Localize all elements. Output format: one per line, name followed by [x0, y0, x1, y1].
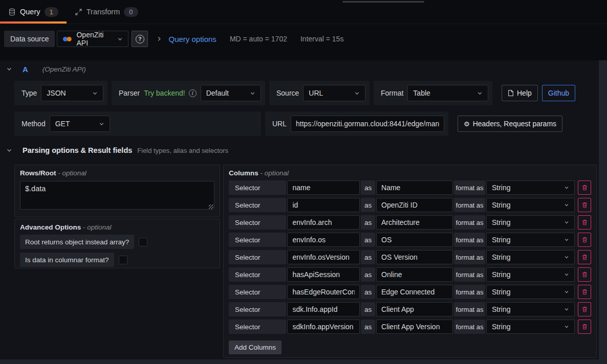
url-pane: URL — [265, 111, 448, 136]
help-button[interactable]: Help — [502, 85, 538, 101]
format-select[interactable]: Table — [407, 85, 488, 101]
selector-label: Selector — [229, 233, 286, 247]
root-returns-object-checkbox[interactable] — [139, 238, 147, 246]
add-columns-button[interactable]: Add Columns — [229, 340, 281, 354]
source-pane: Source URL — [269, 81, 370, 105]
delete-column-button[interactable] — [578, 320, 591, 334]
columns-optional: - optional — [261, 169, 289, 177]
datasource-help-button[interactable]: ? — [132, 31, 148, 47]
parser-label: Parser — [116, 89, 144, 97]
try-backend-link[interactable]: Try backend! — [144, 89, 185, 97]
alias-input[interactable] — [376, 320, 453, 334]
selector-input[interactable] — [287, 198, 360, 212]
selector-input[interactable] — [287, 267, 360, 282]
parser-select[interactable]: Default — [201, 85, 261, 101]
alias-input[interactable] — [376, 250, 453, 264]
columns-rows: Selector as format as String Selector as… — [229, 180, 591, 334]
alias-input[interactable] — [376, 267, 453, 282]
query-datasource-hint: (OpenZiti API) — [42, 65, 86, 73]
format-as-label: format as — [454, 233, 485, 247]
query-options-toggle[interactable]: Query options — [168, 35, 216, 43]
selector-input[interactable] — [287, 233, 360, 247]
headers-params-button[interactable]: ⚙ Headers, Request params — [458, 116, 562, 132]
alias-input[interactable] — [376, 180, 453, 195]
section-collapse-chevron-icon[interactable] — [6, 147, 12, 153]
alias-input[interactable] — [376, 198, 453, 212]
selector-input[interactable] — [287, 215, 360, 230]
columnar-format-checkbox[interactable] — [119, 256, 127, 264]
left-options-column: Rows/Root - optional $.data Advanced Opt… — [14, 165, 220, 268]
as-label: as — [361, 198, 375, 212]
root-returns-object-label: Root returns object instead array? — [20, 235, 134, 249]
query-ref-id[interactable]: A — [23, 65, 28, 74]
alias-input[interactable] — [376, 302, 453, 316]
scrollbar[interactable] — [599, 60, 607, 364]
trash-icon — [581, 236, 588, 243]
delete-column-button[interactable] — [578, 302, 591, 316]
query-editor-card: A (OpenZiti API) Type JSON Parser Try ba… — [0, 60, 607, 364]
column-format-select[interactable]: String — [486, 320, 575, 334]
selector-label: Selector — [229, 180, 286, 195]
selector-label: Selector — [229, 302, 286, 316]
selector-input[interactable] — [287, 180, 360, 195]
column-format-select[interactable]: String — [486, 250, 575, 264]
column-format-select[interactable]: String — [486, 215, 575, 230]
chevron-down-icon — [117, 36, 123, 42]
alias-input[interactable] — [376, 215, 453, 230]
tab-transform[interactable]: Transform 0 — [67, 0, 146, 24]
advanced-options-title: Advanced Options - optional — [20, 223, 214, 231]
info-circle-icon[interactable]: i — [189, 89, 197, 97]
resize-grip-icon[interactable] — [209, 204, 213, 209]
delete-column-button[interactable] — [578, 215, 591, 230]
selector-input[interactable] — [287, 302, 360, 316]
rows-root-textarea[interactable]: $.data — [20, 181, 214, 210]
selector-input[interactable] — [287, 285, 360, 299]
column-format-select[interactable]: String — [486, 285, 575, 299]
format-as-label: format as — [454, 250, 485, 264]
type-select[interactable]: JSON — [41, 85, 103, 101]
method-select[interactable]: GET — [50, 116, 110, 132]
column-format-select[interactable]: String — [486, 198, 575, 212]
chevron-down-icon — [564, 324, 569, 329]
column-format-select[interactable]: String — [486, 302, 575, 316]
url-label: URL — [269, 120, 291, 128]
headers-params-label: Headers, Request params — [473, 120, 556, 128]
chevron-down-icon — [564, 272, 569, 277]
tab-query[interactable]: Query 1 — [0, 0, 67, 24]
trash-icon — [581, 184, 588, 191]
column-format-value: String — [492, 201, 511, 209]
github-button[interactable]: Github — [542, 85, 575, 101]
column-format-select[interactable]: String — [486, 233, 575, 247]
database-icon — [8, 8, 16, 16]
delete-column-button[interactable] — [578, 198, 591, 212]
delete-column-button[interactable] — [578, 285, 591, 299]
alias-input[interactable] — [376, 285, 453, 299]
source-select[interactable]: URL — [303, 85, 365, 101]
column-mapping-row: Selector as format as String — [229, 267, 591, 282]
advanced-option-row: Root returns object instead array? — [20, 235, 214, 249]
selector-input[interactable] — [287, 250, 360, 264]
tab-transform-label: Transform — [86, 8, 120, 16]
column-format-value: String — [492, 305, 511, 313]
delete-column-button[interactable] — [578, 267, 591, 282]
selector-label: Selector — [229, 250, 286, 264]
as-label: as — [361, 215, 375, 230]
column-format-select[interactable]: String — [486, 180, 575, 195]
datasource-picker[interactable]: OpenZiti API — [57, 31, 128, 47]
panel-drag-handle[interactable] — [342, 1, 424, 3]
max-data-points-summary: MD = auto = 1702 — [230, 35, 287, 43]
column-mapping-row: Selector as format as String — [229, 302, 591, 316]
delete-column-button[interactable] — [578, 233, 591, 247]
column-format-value: String — [492, 270, 511, 279]
delete-column-button[interactable] — [578, 180, 591, 195]
selector-input[interactable] — [287, 320, 360, 334]
url-input[interactable] — [291, 116, 444, 132]
column-format-select[interactable]: String — [486, 267, 575, 282]
delete-column-button[interactable] — [578, 250, 591, 264]
alias-input[interactable] — [376, 233, 453, 247]
column-format-value: String — [492, 218, 511, 226]
collapse-query-chevron-icon[interactable] — [6, 66, 12, 72]
transform-icon — [75, 8, 82, 16]
trash-icon — [581, 306, 588, 313]
grafana-query-editor: Query 1 Transform 0 Data source OpenZiti — [0, 0, 607, 364]
